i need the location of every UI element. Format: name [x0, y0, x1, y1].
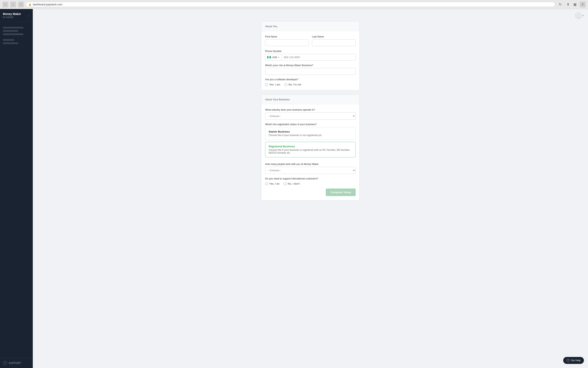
international-label: Do you need to support international cus… — [265, 177, 356, 180]
user-menu[interactable]: ◯ ▾ — [575, 12, 584, 19]
phone-number-input[interactable] — [282, 54, 356, 60]
software-dev-radio-group: Yes, I am No, I'm not — [265, 83, 356, 86]
sidebar-footer[interactable]: ? SUPPORT — [0, 358, 33, 368]
no-im-not-radio[interactable] — [284, 83, 287, 86]
lock-icon: 🔒 — [28, 3, 32, 6]
international-radio-group: Yes, I do No, I don't — [265, 182, 356, 185]
phone-input-wrapper: +234 ▼ — [265, 54, 356, 61]
first-name-input[interactable] — [265, 39, 309, 46]
app-layout: Money Maker ID 415065 ⌄ ? SUPPORT ◯ ▾ — [0, 9, 588, 368]
yes-iam-radio[interactable] — [265, 83, 268, 86]
yes-iam-label: Yes, I am — [269, 83, 280, 86]
new-tab-button[interactable]: + — [580, 2, 586, 7]
role-group: What's your role at Money Maker Business… — [265, 64, 356, 75]
phone-label: Phone Number — [265, 50, 356, 53]
about-business-title: About Your Business — [265, 98, 290, 101]
about-you-header: About You — [261, 21, 359, 31]
first-name-label: First Name — [265, 35, 309, 38]
about-you-section: About You First Name Last Name — [261, 21, 359, 90]
last-name-group: Last Name — [312, 35, 356, 46]
registration-label: What's the registration status of your b… — [265, 123, 356, 126]
browser-chrome: ‹ › □ 🔒 dashboard.paystack.com ↻ ⬆ ▦ + — [0, 0, 588, 9]
name-row: First Name Last Name — [265, 35, 356, 46]
sidebar-item-4[interactable] — [3, 39, 14, 41]
employees-label: How many people work with you at Money M… — [265, 163, 356, 166]
setup-form: About You First Name Last Name — [257, 21, 364, 221]
industry-select[interactable]: --Choose-- — [265, 112, 356, 120]
no-i-dont-radio[interactable] — [284, 182, 286, 185]
business-id: ID 415065 — [3, 16, 21, 18]
form-footer: Complete Setup — [265, 185, 356, 196]
browser-actions: ⬆ ▦ — [565, 2, 578, 7]
employees-select[interactable]: --Choose-- — [265, 167, 356, 174]
yes-i-do-radio[interactable] — [265, 182, 268, 185]
sidebar-nav — [0, 22, 33, 358]
sidebar-item-5[interactable] — [3, 42, 18, 44]
business-name: Money Maker — [3, 12, 21, 16]
complete-setup-button[interactable]: Complete Setup — [326, 189, 356, 196]
registered-desc: Choose this if your business is register… — [269, 148, 352, 154]
sidebar-item-1[interactable] — [3, 27, 23, 28]
last-name-input[interactable] — [312, 39, 356, 46]
registered-title: Registered Business — [269, 145, 352, 148]
user-avatar-icon: ◯ — [575, 12, 582, 19]
sidebar-item-3[interactable] — [3, 33, 23, 35]
tab-overview-button[interactable]: □ — [18, 2, 24, 7]
starter-title: Starter Business — [269, 130, 352, 133]
industry-group: What industry does your business operate… — [265, 108, 356, 120]
employees-group: How many people work with you at Money M… — [265, 163, 356, 174]
no-im-not-label: No, I'm not — [288, 83, 301, 86]
about-business-section: About Your Business What industry does y… — [261, 94, 359, 200]
tabs-button[interactable]: ▦ — [572, 2, 578, 7]
nigeria-flag-icon — [267, 56, 271, 58]
role-label: What's your role at Money Maker Business… — [265, 64, 356, 67]
first-name-group: First Name — [265, 35, 309, 46]
share-button[interactable]: ⬆ — [565, 2, 571, 7]
last-name-label: Last Name — [312, 35, 356, 38]
phone-group: Phone Number +234 ▼ — [265, 50, 356, 61]
no-i-dont-label: No, I don't — [288, 182, 300, 185]
url-text: dashboard.paystack.com — [33, 3, 63, 6]
yes-i-do-option[interactable]: Yes, I do — [265, 182, 279, 185]
sidebar-chevron-icon: ⌄ — [28, 14, 30, 17]
sidebar-item-2[interactable] — [3, 30, 18, 32]
no-im-not-option[interactable]: No, I'm not — [284, 83, 301, 86]
reload-button[interactable]: ↻ — [557, 2, 563, 7]
starter-desc: Choose this if your business is not regi… — [269, 134, 352, 137]
sidebar: Money Maker ID 415065 ⌄ ? SUPPORT — [0, 9, 33, 368]
sidebar-header[interactable]: Money Maker ID 415065 ⌄ — [0, 9, 33, 22]
software-dev-group: Are you a software developer? Yes, I am … — [265, 78, 356, 86]
get-help-icon: ? — [567, 359, 570, 362]
about-you-body: First Name Last Name Phone Number — [261, 31, 359, 90]
country-code: +234 — [271, 56, 277, 59]
about-business-header: About Your Business — [261, 95, 359, 104]
starter-business-option[interactable]: Starter Business Choose this if your bus… — [265, 127, 356, 140]
role-input[interactable] — [265, 68, 356, 75]
main-content: ◯ ▾ About You First Name — [33, 9, 588, 368]
about-business-body: What industry does your business operate… — [261, 104, 359, 200]
support-label: SUPPORT — [9, 362, 21, 365]
address-bar[interactable]: 🔒 dashboard.paystack.com — [26, 2, 555, 7]
phone-country-selector[interactable]: +234 ▼ — [265, 54, 282, 60]
user-menu-arrow-icon: ▾ — [583, 14, 584, 17]
forward-button[interactable]: › — [10, 2, 16, 7]
registration-group: What's the registration status of your b… — [265, 123, 356, 159]
back-button[interactable]: ‹ — [2, 2, 8, 7]
registered-business-option[interactable]: Registered Business Choose this if your … — [265, 142, 356, 157]
yes-i-do-label: Yes, I do — [269, 182, 279, 185]
software-dev-label: Are you a software developer? — [265, 78, 356, 81]
about-you-title: About You — [265, 25, 277, 28]
get-help-label: Get Help — [571, 359, 581, 362]
no-i-dont-option[interactable]: No, I don't — [284, 182, 300, 185]
phone-dropdown-arrow-icon: ▼ — [278, 56, 280, 58]
get-help-button[interactable]: ? Get Help — [563, 357, 584, 364]
international-group: Do you need to support international cus… — [265, 177, 356, 185]
support-icon: ? — [3, 361, 7, 365]
industry-label: What industry does your business operate… — [265, 108, 356, 111]
yes-iam-option[interactable]: Yes, I am — [265, 83, 280, 86]
